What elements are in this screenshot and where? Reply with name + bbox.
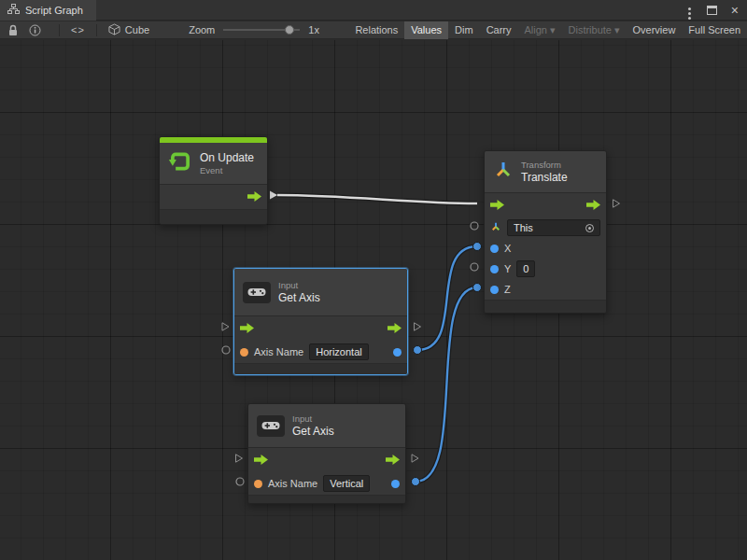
kebab-menu-icon[interactable] <box>686 2 693 19</box>
gamepad-icon <box>243 282 271 303</box>
node-footer <box>485 300 606 313</box>
tab-label: Script Graph <box>25 5 83 16</box>
zoom-label: Zoom <box>189 24 215 35</box>
axis-name-input-port[interactable] <box>254 480 262 488</box>
titlebar: Script Graph × <box>0 0 747 21</box>
code-icon[interactable]: <> <box>71 24 85 35</box>
window-controls: × <box>686 2 747 19</box>
values-button[interactable]: Values <box>404 21 448 39</box>
toolbar-separator <box>96 24 97 36</box>
relations-button[interactable]: Relations <box>348 21 404 39</box>
axisname-port-marker-v[interactable] <box>236 478 244 485</box>
axis-name-label: Axis Name <box>254 346 303 357</box>
flow-input-marker-getaxis-v[interactable] <box>236 455 243 462</box>
node-header[interactable]: Input Get Axis <box>234 269 407 315</box>
wire-endpoint[interactable] <box>412 478 420 486</box>
value-wire-horizontal-to-x[interactable] <box>417 246 477 350</box>
transform-axes-icon <box>490 219 501 236</box>
maximize-icon[interactable] <box>707 6 717 15</box>
info-icon[interactable] <box>29 24 41 36</box>
this-object-field[interactable]: This <box>507 219 600 236</box>
node-category: Transform <box>521 160 568 170</box>
node-header[interactable]: Input Get Axis <box>248 404 405 447</box>
toolbar-buttons: Relations Values Dim Carry Align▾ Distri… <box>348 21 747 39</box>
distribute-dropdown[interactable]: Distribute▾ <box>562 21 627 39</box>
node-category: Input <box>278 280 320 290</box>
overview-button[interactable]: Overview <box>627 21 683 39</box>
node-header[interactable]: On Update Event <box>160 143 267 184</box>
zoom-slider[interactable] <box>223 24 300 35</box>
axis-value-output-port[interactable] <box>391 480 400 488</box>
graph-canvas[interactable]: On Update Event <box>0 40 747 560</box>
wire-endpoint[interactable] <box>414 346 422 355</box>
flow-input-port[interactable] <box>490 197 504 214</box>
flow-output-port[interactable] <box>386 452 400 469</box>
flow-input-port[interactable] <box>240 320 254 337</box>
flow-output-marker-translate[interactable] <box>613 200 620 207</box>
full-screen-button[interactable]: Full Screen <box>682 21 747 39</box>
axis-name-label: Axis Name <box>268 478 317 489</box>
cube-icon <box>108 23 120 37</box>
toolbar-separator <box>59 24 60 36</box>
axis-name-input-port[interactable] <box>240 348 248 357</box>
target-object-name: Cube <box>125 24 149 35</box>
node-subtitle: Event <box>200 165 254 175</box>
node-translate[interactable]: Transform Translate <box>484 150 607 314</box>
flow-output-port[interactable] <box>586 197 600 214</box>
graph-target-button[interactable]: Cube <box>108 23 149 37</box>
flow-input-port[interactable] <box>254 452 268 469</box>
chevron-down-icon: ▾ <box>614 24 620 36</box>
flow-input-marker-getaxis-h[interactable] <box>222 323 229 330</box>
node-header[interactable]: Transform Translate <box>485 151 606 192</box>
flow-output-port[interactable] <box>388 320 402 337</box>
node-get-axis-vertical[interactable]: Input Get Axis Axis Name Ver <box>247 403 406 504</box>
y-port-marker[interactable] <box>471 263 478 271</box>
on-update-loop-icon <box>168 149 192 177</box>
align-dropdown[interactable]: Align▾ <box>518 21 562 39</box>
node-category: Input <box>292 413 334 424</box>
node-title: On Update <box>200 151 254 164</box>
node-footer <box>234 363 407 374</box>
node-title: Get Axis <box>278 291 320 304</box>
node-footer <box>248 495 405 503</box>
flow-output-port[interactable] <box>247 189 261 205</box>
script-graph-icon <box>7 4 20 16</box>
node-on-update[interactable]: On Update Event <box>159 136 268 225</box>
node-title: Get Axis <box>292 425 334 438</box>
close-icon[interactable]: × <box>731 4 739 17</box>
unity-script-graph-window: Script Graph × <> Cube Zoom 1x <box>0 0 747 560</box>
lock-icon[interactable] <box>7 24 19 36</box>
z-input-port[interactable] <box>490 286 499 294</box>
graph-toolbar: <> Cube Zoom 1x Relations Values Dim Car… <box>0 21 747 39</box>
node-title: Translate <box>521 171 568 184</box>
wire-endpoint[interactable] <box>473 284 482 292</box>
tab-script-graph[interactable]: Script Graph <box>0 0 96 21</box>
flow-output-marker-getaxis-h[interactable] <box>415 323 421 330</box>
flow-output-marker-onupdate[interactable] <box>270 191 277 200</box>
flow-output-marker-getaxis-v[interactable] <box>412 455 418 462</box>
axisname-port-marker-h[interactable] <box>222 346 230 354</box>
target-icon[interactable] <box>585 224 594 232</box>
zoom-value: 1x <box>308 24 319 35</box>
axis-name-field[interactable]: Horizontal <box>309 343 369 360</box>
flow-wire-onupdate-to-translate[interactable] <box>277 195 477 203</box>
axis-value-output-port[interactable] <box>393 348 402 357</box>
carry-button[interactable]: Carry <box>480 21 518 39</box>
gamepad-icon <box>257 415 285 437</box>
node-footer <box>160 209 267 224</box>
wire-endpoint[interactable] <box>473 243 482 251</box>
transform-axes-icon <box>493 160 514 184</box>
y-value-field[interactable]: 0 <box>516 260 535 277</box>
this-port-marker[interactable] <box>471 222 478 230</box>
zoom-slider-handle[interactable] <box>285 25 294 35</box>
x-input-port[interactable] <box>490 245 499 253</box>
chevron-down-icon: ▾ <box>550 24 556 36</box>
axis-name-field[interactable]: Vertical <box>323 475 370 492</box>
dim-button[interactable]: Dim <box>448 21 480 39</box>
y-port-label: Y <box>504 263 511 274</box>
z-port-label: Z <box>504 284 511 295</box>
x-port-label: X <box>504 243 511 254</box>
node-get-axis-horizontal[interactable]: Input Get Axis Axis Name Hor <box>233 268 408 375</box>
y-input-port[interactable] <box>490 265 499 273</box>
